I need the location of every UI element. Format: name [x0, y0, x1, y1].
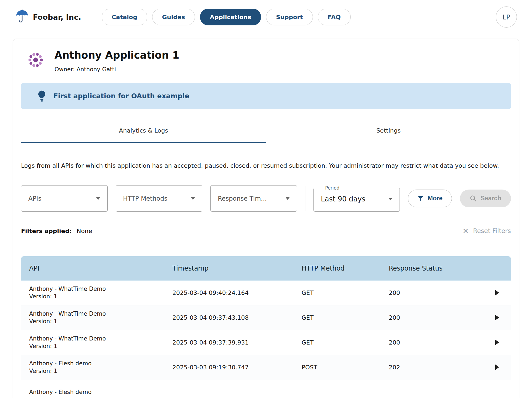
log-method: POST	[302, 364, 389, 371]
log-status: 202	[389, 364, 400, 371]
chevron-right-icon[interactable]	[495, 340, 499, 345]
table-header: API Timestamp HTTP Method Response Statu…	[21, 256, 511, 281]
period-value: Last 90 days	[321, 195, 365, 203]
http-methods-select-label: HTTP Methods	[123, 195, 167, 202]
api-name: Anthony - Elesh demo	[29, 388, 172, 396]
nav-item-guides[interactable]: Guides	[152, 9, 195, 25]
nav-pills: Catalog Guides Applications Support FAQ	[102, 9, 351, 25]
chevron-down-icon	[191, 197, 195, 200]
api-name: Anthony - WhatTime Demo	[29, 335, 172, 342]
table-row[interactable]: Anthony - Elesh demo Version: 1 2025-03-…	[21, 355, 511, 380]
log-timestamp: 2025-03-03 09:19:30.747	[172, 364, 302, 371]
reset-filters-label: Reset Filters	[473, 227, 511, 234]
table-row[interactable]: Anthony - Elesh demo	[21, 380, 511, 398]
column-header-timestamp: Timestamp	[172, 265, 302, 272]
tab-settings[interactable]: Settings	[266, 122, 511, 143]
app-title-block: Anthony Application 1 Owner: Anthony Gat…	[54, 50, 179, 73]
page-title: Anthony Application 1	[54, 50, 179, 61]
tabs: Analytics & Logs Settings	[21, 122, 511, 143]
log-timestamp: 2025-03-04 09:37:39.931	[172, 339, 302, 346]
table-row[interactable]: Anthony - WhatTime Demo Version: 1 2025-…	[21, 330, 511, 355]
app-dots-icon	[25, 50, 46, 70]
info-banner: First application for OAuth example	[21, 83, 511, 109]
response-time-select-label: Response Tim...	[218, 195, 267, 202]
filters-applied-value: None	[77, 228, 92, 234]
app-header: Anthony Application 1 Owner: Anthony Gat…	[21, 50, 511, 73]
filter-funnel-icon	[417, 195, 424, 202]
filters-row: APIs HTTP Methods Response Tim... Period…	[21, 185, 511, 212]
more-filters-button[interactable]: More	[408, 190, 452, 207]
filters-applied-label: Filters applied:	[21, 228, 72, 234]
applied-filters-row: Filters applied: None ✕ Reset Filters	[21, 227, 511, 235]
nav-item-support[interactable]: Support	[266, 9, 313, 25]
api-version: Version: 1	[29, 342, 172, 350]
brand[interactable]: Foobar, Inc.	[15, 9, 81, 25]
column-header-api: API	[21, 265, 172, 272]
search-button-label: Search	[480, 195, 501, 202]
umbrella-icon	[15, 9, 29, 25]
nav-item-catalog[interactable]: Catalog	[102, 9, 147, 25]
api-version: Version: 1	[29, 367, 172, 375]
api-version: Version: 1	[29, 318, 172, 325]
search-button[interactable]: Search	[460, 190, 511, 207]
period-label: Period	[323, 185, 342, 191]
more-button-label: More	[428, 195, 442, 202]
logs-description: Logs from all APIs for which this applic…	[21, 161, 511, 170]
table-row[interactable]: Anthony - WhatTime Demo Version: 1 2025-…	[21, 281, 511, 305]
api-name: Anthony - WhatTime Demo	[29, 285, 172, 293]
apis-select[interactable]: APIs	[21, 185, 108, 212]
log-method: GET	[302, 339, 389, 346]
log-method: GET	[302, 314, 389, 321]
chevron-right-icon[interactable]	[495, 315, 499, 320]
top-nav: Foobar, Inc. Catalog Guides Applications…	[0, 0, 532, 34]
chevron-down-icon	[388, 198, 393, 200]
api-version: Version: 1	[29, 293, 172, 300]
lightbulb-icon	[37, 90, 46, 102]
reset-filters-button[interactable]: ✕ Reset Filters	[463, 227, 511, 235]
column-header-status: Response Status	[389, 265, 511, 272]
chevron-right-icon[interactable]	[495, 365, 499, 370]
filters-divider	[305, 186, 305, 211]
brand-name: Foobar, Inc.	[33, 13, 81, 21]
app-owner: Owner: Anthony Gatti	[54, 66, 179, 73]
log-status: 200	[389, 314, 400, 321]
close-icon: ✕	[463, 227, 469, 235]
api-name: Anthony - WhatTime Demo	[29, 310, 172, 318]
column-header-method: HTTP Method	[302, 265, 389, 272]
search-icon	[470, 195, 477, 202]
table-row[interactable]: Anthony - WhatTime Demo Version: 1 2025-…	[21, 305, 511, 330]
chevron-right-icon[interactable]	[495, 290, 499, 295]
banner-text: First application for OAuth example	[53, 92, 189, 100]
user-avatar[interactable]: LP	[496, 6, 517, 28]
log-status: 200	[389, 289, 400, 296]
api-name: Anthony - Elesh demo	[29, 360, 172, 367]
logs-table: API Timestamp HTTP Method Response Statu…	[21, 256, 511, 398]
chevron-down-icon	[285, 197, 290, 200]
apis-select-label: APIs	[28, 195, 41, 202]
log-status: 200	[389, 339, 400, 346]
http-methods-select[interactable]: HTTP Methods	[116, 185, 202, 212]
log-timestamp: 2025-03-04 09:37:43.108	[172, 314, 302, 321]
log-timestamp: 2025-03-04 09:40:24.164	[172, 289, 302, 296]
response-time-select[interactable]: Response Tim...	[210, 185, 297, 212]
nav-item-faq[interactable]: FAQ	[318, 9, 351, 25]
log-method: GET	[302, 289, 389, 296]
nav-item-applications[interactable]: Applications	[200, 9, 261, 25]
application-card: Anthony Application 1 Owner: Anthony Gat…	[13, 39, 519, 398]
tab-analytics-logs[interactable]: Analytics & Logs	[21, 122, 266, 143]
chevron-down-icon	[96, 197, 100, 200]
period-select[interactable]: Period Last 90 days	[313, 185, 400, 212]
